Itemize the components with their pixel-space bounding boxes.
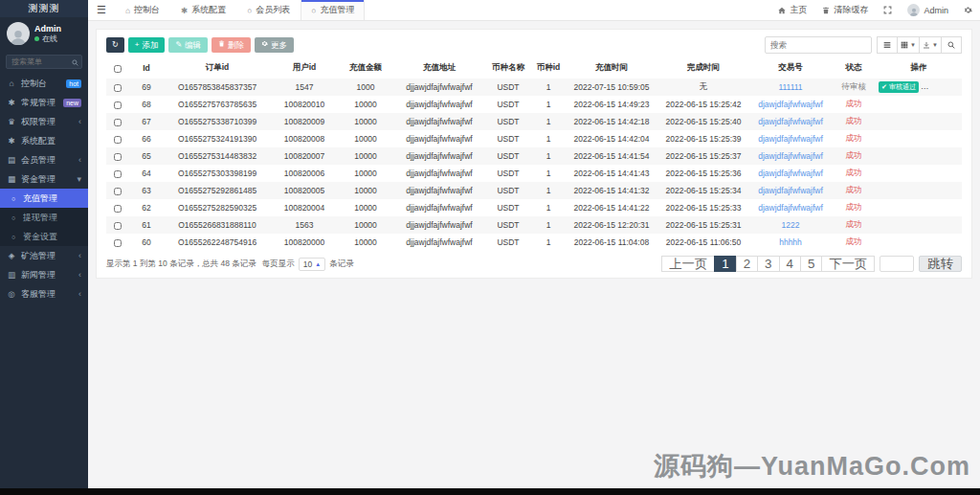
per-page-select[interactable]: 10▲ <box>299 258 325 271</box>
sidebar-item-label: 常规管理 <box>21 97 56 109</box>
txn-link[interactable]: djawjdfajfwfwajfwf <box>758 186 823 195</box>
cell-finish-time: 2022-06-15 15:25:40 <box>657 113 749 130</box>
txn-link[interactable]: hhhhh <box>779 237 802 247</box>
tab-系统配置[interactable]: ✱系统配置 <box>170 0 236 20</box>
tab-会员列表[interactable]: ○会员列表 <box>236 0 301 20</box>
search-toggle-button[interactable] <box>941 36 962 54</box>
sidebar-item-常规管理[interactable]: ✱常规管理new <box>0 93 88 112</box>
tab-充值管理[interactable]: ○充值管理 <box>301 0 365 20</box>
sidebar-item-矿池管理[interactable]: ◈矿池管理‹ <box>0 246 88 265</box>
home-link[interactable]: 主页 <box>770 0 814 20</box>
cell-amount: 1000 <box>338 79 393 96</box>
approve-button[interactable]: ✔审核通过 <box>879 81 919 93</box>
txn-link[interactable]: 111111 <box>778 82 802 92</box>
prev-page-button[interactable]: 上一页 <box>661 256 715 272</box>
txn-link[interactable]: djawjdfajfwfwajfwf <box>758 203 823 213</box>
add-button[interactable]: +添加 <box>128 37 166 53</box>
column-header-币种id: 币种id <box>531 58 566 79</box>
txn-link[interactable]: djawjdfajfwfwajfwf <box>758 169 823 178</box>
cell-user-id: 100820004 <box>271 199 338 216</box>
page-button-2[interactable]: 2 <box>736 256 758 272</box>
sidebar-subitem-充值管理[interactable]: ○充值管理 <box>0 189 88 208</box>
cell-coin-id: 1 <box>531 113 566 130</box>
user-status: 在线 <box>34 34 61 44</box>
txn-link[interactable]: djawjdfajfwfwajfwf <box>758 117 823 126</box>
page-button-1[interactable]: 1 <box>714 256 736 272</box>
pagination-info: 显示第 1 到第 10 条记录，总共 48 条记录 <box>106 259 256 270</box>
edit-button[interactable]: ✎编辑 <box>168 37 208 53</box>
sidebar-item-控制台[interactable]: ⌂控制台hot <box>0 74 88 93</box>
mining-icon: ◈ <box>7 251 16 260</box>
jump-page-input[interactable] <box>880 256 914 272</box>
table-row: 61O1655266831888110156310000djjawjdfajfw… <box>106 216 962 234</box>
user-menu[interactable]: Admin <box>900 0 956 20</box>
txn-link[interactable]: 1222 <box>782 220 800 230</box>
sidebar-item-权限管理[interactable]: ♛权限管理‹ <box>0 112 88 131</box>
cell-coin-name: USDT <box>485 199 531 216</box>
row-checkbox[interactable] <box>114 222 122 230</box>
cell-user-id: 100820008 <box>271 130 338 147</box>
cell-coin-id: 1 <box>531 199 566 216</box>
approve-label: 审核通过 <box>889 83 916 91</box>
table-search-input[interactable] <box>765 36 872 54</box>
row-select-cell <box>106 113 129 130</box>
sidebar-search-input[interactable] <box>6 55 82 69</box>
refresh-button[interactable]: ↻ <box>106 37 124 53</box>
status-badge: 成功 <box>846 219 862 229</box>
sidebar-item-新闻管理[interactable]: ▥新闻管理‹ <box>0 265 88 284</box>
row-checkbox[interactable] <box>114 119 122 126</box>
row-checkbox[interactable] <box>114 84 122 92</box>
sidebar-subitem-提现管理[interactable]: ○提现管理 <box>0 208 88 227</box>
export-dropdown-button[interactable]: ▼ <box>919 36 942 54</box>
page-button-5[interactable]: 5 <box>800 256 822 272</box>
row-checkbox[interactable] <box>114 101 122 109</box>
sidebar-subitem-资金设置[interactable]: ○资金设置 <box>0 227 88 246</box>
clear-cache-button[interactable]: 清除缓存 <box>814 0 876 20</box>
cell-coin-name: USDT <box>485 147 531 165</box>
cell-user-id: 1547 <box>271 79 338 96</box>
sidebar-item-会员管理[interactable]: ▤会员管理‹ <box>0 150 88 169</box>
cell-status: 成功 <box>832 147 876 165</box>
cell-user-id: 100820010 <box>271 96 338 113</box>
navbar-right: 主页 清除缓存 Admin <box>770 0 980 20</box>
txn-link[interactable]: djawjdfajfwfwajfwf <box>758 100 823 109</box>
jump-button[interactable]: 跳转 <box>919 256 962 272</box>
status-badge: 待审核 <box>841 81 866 91</box>
page-buttons: 上一页 12345 下一页 跳转 <box>662 256 962 272</box>
more-button[interactable]: 更多 <box>255 37 294 53</box>
tab-控制台[interactable]: ⌂控制台 <box>115 0 170 20</box>
select-all-checkbox[interactable] <box>114 65 122 73</box>
cell-txn: 1222 <box>749 216 832 234</box>
columns-dropdown-button[interactable]: ▼ <box>897 36 920 54</box>
hamburger-icon[interactable]: ☰ <box>88 0 115 20</box>
row-checkbox[interactable] <box>114 239 122 247</box>
sidebar-item-资金管理[interactable]: ▦资金管理▾ <box>0 169 88 189</box>
cell-finish-time: 2022-06-15 15:25:37 <box>657 147 749 165</box>
row-select-cell <box>106 165 129 182</box>
cell-txn: djawjdfajfwfwajfwf <box>749 165 832 182</box>
page-button-4[interactable]: 4 <box>779 256 801 272</box>
txn-link[interactable]: djawjdfajfwfwajfwf <box>758 151 823 161</box>
row-checkbox[interactable] <box>114 205 122 213</box>
sidebar-item-label: 会员管理 <box>21 154 56 167</box>
txn-link[interactable]: djawjdfajfwfwajfwf <box>758 134 823 144</box>
toggle-view-button[interactable] <box>877 36 898 54</box>
row-checkbox[interactable] <box>114 136 122 144</box>
fullscreen-button[interactable] <box>876 0 900 20</box>
row-checkbox[interactable] <box>114 170 122 178</box>
page-button-3[interactable]: 3 <box>757 256 779 272</box>
cell-coin-id: 1 <box>531 79 566 96</box>
cell-coin-id: 1 <box>531 165 566 182</box>
sidebar-item-客服管理[interactable]: ◎客服管理‹ <box>0 284 88 304</box>
row-checkbox[interactable] <box>114 188 122 195</box>
cell-txn: djawjdfajfwfwajfwf <box>749 147 832 165</box>
delete-button[interactable]: 删除 <box>212 37 251 53</box>
column-header-充值金额: 充值金额 <box>338 58 393 79</box>
status-badge: 成功 <box>846 99 862 108</box>
cell-status: 成功 <box>832 96 876 113</box>
cell-recharge-time: 2022-06-15 14:42:04 <box>566 130 657 147</box>
next-page-button[interactable]: 下一页 <box>821 256 875 272</box>
settings-menu[interactable] <box>956 0 980 20</box>
sidebar-item-系统配置[interactable]: ✱系统配置 <box>0 131 88 150</box>
row-checkbox[interactable] <box>114 153 122 161</box>
